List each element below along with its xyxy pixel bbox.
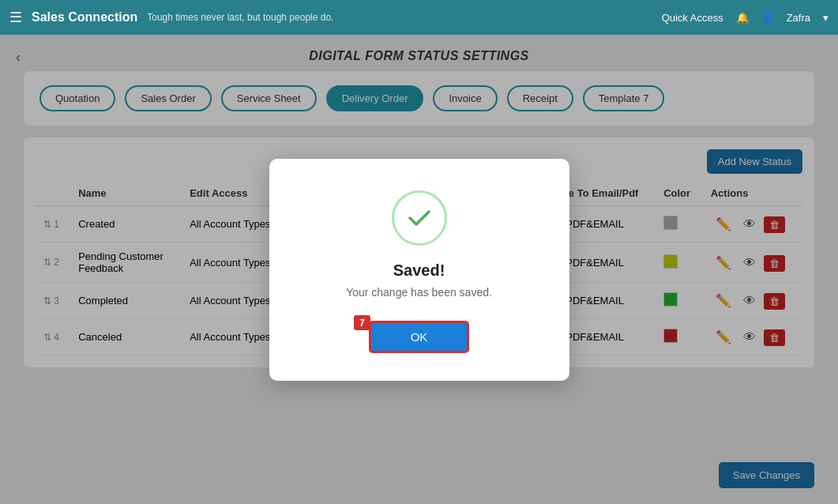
- header: ☰ Sales Connection Tough times never las…: [0, 0, 838, 35]
- modal-overlay: Saved! Your change has been saved. 7 OK: [0, 35, 838, 504]
- modal-title: Saved!: [301, 261, 538, 280]
- menu-icon[interactable]: ☰: [9, 9, 22, 26]
- success-icon-circle: [392, 190, 447, 246]
- header-left: ☰ Sales Connection Tough times never las…: [9, 9, 333, 26]
- dropdown-icon[interactable]: ▾: [823, 12, 829, 24]
- header-tagline: Tough times never last, but tough people…: [147, 12, 333, 23]
- bell-icon[interactable]: 🔔: [736, 12, 749, 24]
- modal-subtitle: Your change has been saved.: [301, 286, 538, 299]
- brand-name: Sales Connection: [32, 10, 137, 24]
- username-label: Zafra: [787, 12, 810, 24]
- quick-access-label[interactable]: Quick Access: [662, 12, 723, 24]
- header-right: Quick Access 🔔 👤 Zafra ▾: [662, 12, 829, 24]
- modal-box: Saved! Your change has been saved. 7 OK: [269, 159, 569, 381]
- user-icon: 👤: [761, 12, 774, 24]
- modal-ok-button[interactable]: 7 OK: [369, 321, 470, 353]
- ok-label: OK: [411, 330, 428, 344]
- modal-badge: 7: [354, 315, 370, 330]
- main-content: ‹ DIGITAL FORM STATUS SETTINGS Quotation…: [0, 35, 838, 504]
